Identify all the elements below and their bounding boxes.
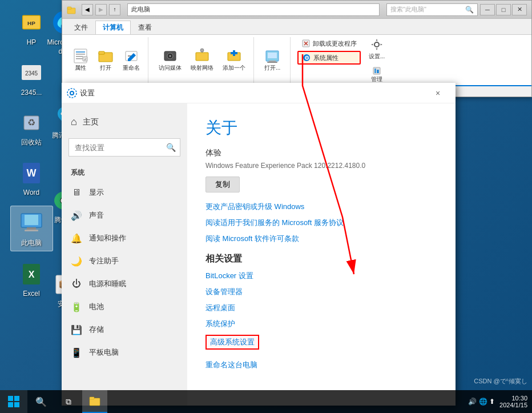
- properties-btn[interactable]: ✓ 属性: [69, 46, 92, 74]
- settings-nav-tablet[interactable]: 📱 平板电脑: [62, 341, 187, 364]
- close-btn[interactable]: ✕: [512, 4, 527, 15]
- bitlocker-link[interactable]: BitLocker 设置: [205, 271, 437, 281]
- experience-label: 体验: [205, 148, 437, 158]
- svg-rect-26: [67, 7, 71, 9]
- settings-search-input[interactable]: [68, 138, 180, 157]
- search-box[interactable]: 搜索"此电脑" 🔍: [386, 3, 478, 16]
- svg-text:⚙: ⚙: [304, 55, 309, 61]
- svg-rect-49: [269, 61, 276, 62]
- tray-icons: 🔊 🌐 ⬆: [468, 398, 495, 406]
- minimize-btn[interactable]: ─: [480, 4, 495, 15]
- tab-file[interactable]: 文件: [67, 21, 95, 34]
- opendev-label: 打开...: [264, 64, 280, 72]
- ribbon-group-props: ✓ 属性 打开: [65, 37, 148, 83]
- taskview-btn[interactable]: ⧉: [55, 390, 82, 413]
- uninstall-btn[interactable]: 卸载或更改程序: [297, 37, 361, 50]
- 2345-label: 2345...: [21, 89, 42, 98]
- media-label: 访问媒体: [159, 64, 182, 72]
- copy-button[interactable]: 复制: [205, 177, 240, 193]
- open-btn[interactable]: 打开: [94, 46, 117, 74]
- recycle-icon: ♻: [18, 109, 45, 136]
- sysprops-btn[interactable]: ⚙ 系统属性: [297, 51, 361, 65]
- svg-rect-50: [267, 62, 277, 63]
- opendev-icon: [264, 48, 280, 64]
- tab-computer[interactable]: 计算机: [95, 21, 131, 34]
- change-key-link[interactable]: 更改产品密钥或升级 Windows: [205, 202, 437, 212]
- sysprops-label: 系统属性: [313, 54, 338, 62]
- mapnet-icon: [194, 48, 210, 64]
- address-bar[interactable]: 此电脑: [127, 3, 380, 16]
- svg-rect-57: [373, 67, 380, 74]
- hp-icon: HP: [18, 9, 45, 36]
- tablet-icon: 📱: [71, 347, 82, 358]
- forward-btn[interactable]: ▶: [95, 4, 107, 15]
- settings-nav-sound[interactable]: 🔊 声音: [62, 204, 187, 227]
- excel-icon: X: [18, 260, 45, 287]
- window-controls: ─ □ ✕: [480, 4, 527, 15]
- props-buttons: ✓ 属性 打开: [69, 37, 143, 83]
- remote-desktop-link[interactable]: 远程桌面: [205, 303, 437, 313]
- sound-icon: 🔊: [71, 210, 82, 221]
- explorer-taskbar-btn[interactable]: [82, 390, 107, 413]
- notifications-label: 通知和操作: [89, 233, 126, 243]
- svg-rect-59: [377, 70, 379, 73]
- settings-nav-power[interactable]: ⏻ 电源和睡眠: [62, 272, 187, 295]
- advanced-sys-link[interactable]: 高级系统设置: [205, 335, 259, 350]
- explorer-titlebar: ◀ ▶ ↑ 此电脑 搜索"此电脑" 🔍 ─ □ ✕: [62, 1, 531, 19]
- up-btn[interactable]: ↑: [109, 4, 120, 15]
- tab-view[interactable]: 查看: [131, 21, 159, 34]
- maximize-btn[interactable]: □: [496, 4, 511, 15]
- settings-body: ⌂ 主页 🔍 系统 🖥 显示 🔊 声音 🔔 通知: [62, 103, 456, 406]
- settings-nav-focus[interactable]: 🌙 专注助手: [62, 250, 187, 272]
- power-label: 电源和睡眠: [89, 279, 126, 289]
- rename-pc-link[interactable]: 重命名这台电脑: [205, 360, 437, 370]
- svg-rect-41: [196, 53, 208, 61]
- svg-text:HP: HP: [27, 20, 35, 26]
- settings-close-btn[interactable]: ×: [425, 84, 451, 102]
- settings-nav-battery[interactable]: 🔋 电池: [62, 295, 187, 318]
- start-button[interactable]: [0, 390, 27, 413]
- sysprops-icon: ⚙: [302, 53, 311, 62]
- settings-search-container: 🔍: [68, 138, 180, 157]
- svg-rect-68: [90, 397, 94, 399]
- svg-rect-66: [14, 402, 19, 407]
- excel-label: Excel: [23, 290, 39, 299]
- taskbar: 🔍 ⧉ 🔊 🌐 ⬆ 10:30 2024/1/15: [0, 390, 532, 413]
- hp-label: HP: [27, 38, 37, 47]
- ribbon-group-open: 打开...: [256, 37, 291, 83]
- settings-window-icon: [66, 87, 78, 99]
- svg-rect-64: [14, 396, 19, 401]
- rename-btn[interactable]: 重命名: [119, 46, 143, 74]
- svg-point-56: [374, 42, 379, 47]
- back-btn[interactable]: ◀: [82, 4, 93, 15]
- settings-nav-storage[interactable]: 💾 存储: [62, 318, 187, 341]
- mapnet-label: 映射网络: [191, 64, 213, 72]
- settings-titlebar: 设置 ×: [62, 83, 456, 103]
- notifications-icon: 🔔: [71, 232, 82, 244]
- system-tray: 🔊 🌐 ⬆ 10:30 2024/1/15: [468, 395, 532, 408]
- device-manager-link[interactable]: 设备管理器: [205, 287, 437, 297]
- mapnet-btn[interactable]: 映射网络: [187, 46, 217, 74]
- search-taskbar-btn[interactable]: 🔍: [27, 390, 55, 413]
- folder-taskbar-icon: [89, 395, 100, 407]
- opendev-btn[interactable]: 打开...: [261, 46, 284, 74]
- settings-btn[interactable]: 设置...: [365, 34, 388, 63]
- system-small-buttons: 卸载或更改程序 ⚙ 系统属性: [297, 37, 361, 83]
- settings-nav-notifications[interactable]: 🔔 通知和操作: [62, 227, 187, 250]
- sys-protect-link[interactable]: 系统保护: [205, 319, 437, 329]
- open-buttons: 打开...: [261, 37, 285, 83]
- svg-rect-58: [374, 69, 376, 73]
- svg-rect-9: [25, 215, 38, 225]
- open-label: 打开: [100, 64, 111, 72]
- settings-window: 设置 × ⌂ 主页 🔍 系统 🖥 显示 🔊: [62, 83, 456, 406]
- read-services-link[interactable]: 阅读适用于我们服务的 Microsoft 服务协议: [205, 218, 437, 228]
- svg-text:X: X: [29, 270, 35, 279]
- read-license-link[interactable]: 阅读 Microsoft 软件许可条款: [205, 234, 437, 244]
- media-btn[interactable]: 访问媒体: [155, 46, 185, 74]
- addloc-btn[interactable]: 添加一个: [219, 46, 249, 74]
- ribbon-group-system: 卸载或更改程序 ⚙ 系统属性: [293, 37, 393, 83]
- settings-home-item[interactable]: ⌂ 主页: [62, 110, 187, 134]
- svg-rect-65: [8, 402, 13, 407]
- management-icon: [372, 66, 381, 75]
- settings-nav-display[interactable]: 🖥 显示: [62, 181, 187, 204]
